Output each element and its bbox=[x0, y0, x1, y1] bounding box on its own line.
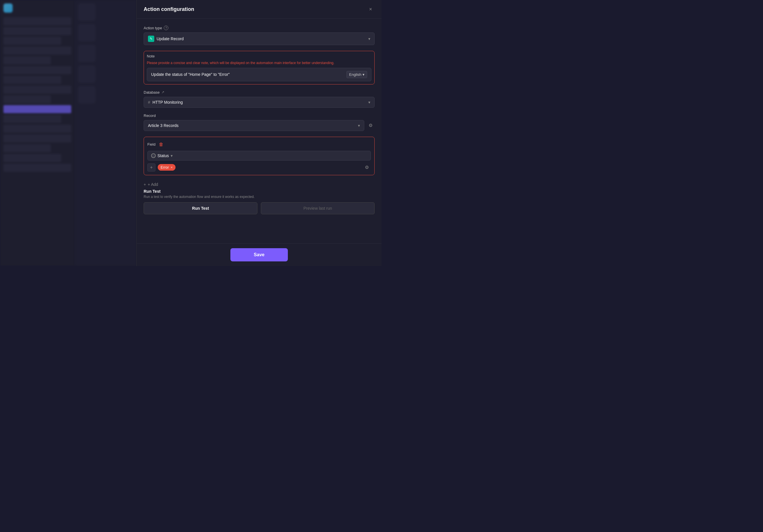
add-value-button[interactable]: + bbox=[147, 163, 156, 171]
run-test-section: Run Test Run a test to verify the automa… bbox=[144, 189, 375, 214]
tag-close-button[interactable]: × bbox=[170, 165, 173, 169]
modal-footer: Save bbox=[137, 243, 382, 266]
sidebar bbox=[0, 0, 75, 266]
value-row: + Error × ⚙ bbox=[147, 163, 371, 171]
database-label: Database ↗ bbox=[144, 90, 375, 94]
close-button[interactable]: × bbox=[367, 5, 375, 13]
run-test-description: Run a test to verify the automation flow… bbox=[144, 195, 375, 199]
field-section: Field 🗑 ◌ Status ▾ + Error × ⚙ bbox=[144, 137, 375, 175]
database-chevron-icon: ▾ bbox=[368, 100, 370, 105]
action-type-section: Action type ? ✎ Update Record ▾ bbox=[144, 26, 375, 45]
modal-title: Action configuration bbox=[144, 6, 194, 12]
help-icon[interactable]: ? bbox=[164, 26, 168, 30]
language-selector[interactable]: English ▾ bbox=[347, 71, 367, 78]
language-label: English bbox=[349, 72, 361, 77]
add-label: + Add bbox=[148, 182, 158, 187]
note-label: Note bbox=[147, 54, 372, 58]
add-icon: + bbox=[144, 182, 146, 187]
field-row: ◌ Status ▾ bbox=[147, 151, 371, 160]
modal-header: Action configuration × bbox=[137, 0, 382, 19]
language-chevron-icon: ▾ bbox=[363, 72, 365, 77]
note-text[interactable]: Update the status of "Home Page" to "Err… bbox=[151, 72, 347, 77]
external-link-icon[interactable]: ↗ bbox=[162, 90, 164, 94]
update-record-icon: ✎ bbox=[148, 36, 154, 42]
hash-icon: # bbox=[148, 100, 150, 105]
record-section: Record Article 3 Records ▾ ⚙ bbox=[144, 113, 375, 131]
record-chevron-icon: ▾ bbox=[358, 123, 360, 128]
field-delete-button[interactable]: 🗑 bbox=[157, 141, 165, 149]
database-section: Database ↗ # HTTP Monitoring ▾ bbox=[144, 90, 375, 108]
field-settings-button[interactable]: ⚙ bbox=[363, 163, 371, 171]
error-tag: Error × bbox=[158, 164, 175, 170]
center-panel bbox=[75, 0, 137, 266]
save-button[interactable]: Save bbox=[230, 248, 288, 262]
chevron-down-icon: ▾ bbox=[368, 37, 370, 41]
modal-body: Action type ? ✎ Update Record ▾ Note Ple… bbox=[137, 19, 382, 243]
status-icon: ◌ bbox=[151, 154, 156, 158]
record-dropdown[interactable]: Article 3 Records ▾ bbox=[144, 120, 364, 131]
run-test-title: Run Test bbox=[144, 189, 375, 194]
note-hint: Please provide a concise and clear note,… bbox=[147, 60, 372, 65]
modal-panel: Action configuration × Action type ? ✎ U… bbox=[137, 0, 382, 266]
run-test-button[interactable]: Run Test bbox=[144, 202, 258, 214]
note-input-row: Update the status of "Home Page" to "Err… bbox=[147, 68, 372, 81]
note-section: Note Please provide a concise and clear … bbox=[144, 51, 375, 84]
record-label: Record bbox=[144, 113, 375, 118]
add-field-button[interactable]: + + Add bbox=[144, 180, 158, 189]
status-dropdown[interactable]: ◌ Status ▾ bbox=[147, 151, 371, 160]
status-chevron-icon: ▾ bbox=[170, 154, 173, 158]
record-settings-button[interactable]: ⚙ bbox=[367, 122, 375, 130]
action-type-label: Action type ? bbox=[144, 26, 375, 30]
action-type-dropdown[interactable]: ✎ Update Record ▾ bbox=[144, 33, 375, 45]
database-dropdown[interactable]: # HTTP Monitoring ▾ bbox=[144, 97, 375, 108]
preview-last-run-button[interactable]: Preview last run bbox=[261, 202, 375, 214]
field-label: Field 🗑 bbox=[147, 141, 371, 149]
